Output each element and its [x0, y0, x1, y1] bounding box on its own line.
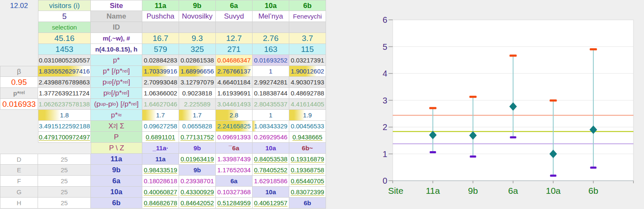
- row-label-pstar-rel-value[interactable]: 0.016933: [0, 99, 38, 110]
- table-cell[interactable]: 25: [38, 187, 91, 198]
- table-cell[interactable]: 0.9023818: [179, 88, 216, 99]
- table-cell[interactable]: 1: [253, 110, 289, 121]
- table-cell[interactable]: 163: [253, 44, 289, 55]
- row-header-pstar[interactable]: p*: [91, 55, 142, 66]
- table-cell[interactable]: 0.51284959: [216, 198, 253, 209]
- site-name-pushcha[interactable]: Pushcha: [142, 11, 179, 22]
- table-cell[interactable]: 2.24165825: [216, 121, 253, 132]
- row-label-confidence[interactable]: 0.95: [0, 77, 38, 88]
- table-cell[interactable]: 0.84053538: [253, 154, 289, 165]
- row-header-n[interactable]: n(4.10-8.15), h: [91, 44, 142, 55]
- table-cell[interactable]: 0.23938701: [179, 176, 216, 187]
- table-cell[interactable]: 3.7: [289, 33, 326, 44]
- table-cell[interactable]: 0.03217391: [289, 55, 326, 66]
- table-cell[interactable]: 0.9438665: [289, 132, 326, 143]
- table-cell[interactable]: 25: [38, 176, 91, 187]
- site-header[interactable]: Site: [91, 0, 142, 11]
- row-header-pstar-rel[interactable]: p* [/p*rel]: [91, 66, 142, 77]
- row-header-P[interactable]: P: [91, 132, 142, 143]
- row-header-p-z[interactable]: P \ Z: [91, 143, 142, 154]
- table-cell[interactable]: 1.7: [179, 110, 216, 121]
- table-cell[interactable]: 0.18838744: [253, 88, 289, 99]
- table-cell[interactable]: 0.00456533: [289, 121, 326, 132]
- col-header-10a[interactable]: 10a: [253, 0, 289, 11]
- matrix-row-header-9b[interactable]: 9b: [91, 165, 142, 176]
- site-name-fenevychi[interactable]: Fenevychi: [289, 11, 326, 22]
- table-cell[interactable]: 0.09691393: [216, 132, 253, 143]
- table-cell[interactable]: 1.0626237578138: [38, 99, 91, 110]
- table-cell[interactable]: 0.65440705: [289, 176, 326, 187]
- row-label-D[interactable]: D: [0, 154, 38, 165]
- table-cell[interactable]: 1: [253, 66, 289, 77]
- selection-m-value[interactable]: 45.16: [38, 33, 91, 44]
- table-cell[interactable]: 12.7: [216, 33, 253, 44]
- table-cell[interactable]: 1.68996656: [179, 66, 216, 77]
- id-row-header[interactable]: ID: [91, 22, 142, 33]
- table-cell[interactable]: 0.01963419: [179, 154, 216, 165]
- row-label-H[interactable]: H: [0, 198, 38, 209]
- table-cell[interactable]: 0.09627258: [142, 121, 179, 132]
- col-header-11a[interactable]: 11a: [142, 0, 179, 11]
- table-cell[interactable]: 3.12797079: [179, 77, 216, 88]
- table-cell[interactable]: 0.83072399: [289, 187, 326, 198]
- table-cell[interactable]: 1.8: [38, 110, 91, 121]
- row-label-F[interactable]: F: [0, 176, 38, 187]
- col-header-6a[interactable]: 6a: [216, 0, 253, 11]
- table-cell[interactable]: 1.90012602: [289, 66, 326, 77]
- table-cell[interactable]: 2.225589: [179, 99, 216, 110]
- matrix-diag-6a[interactable]: 6a: [216, 176, 253, 187]
- matrix-diag-6b[interactable]: 6b: [289, 198, 326, 209]
- col-header-6b[interactable]: 6b: [289, 0, 326, 11]
- col-header-9b[interactable]: 9b: [179, 0, 216, 11]
- table-cell[interactable]: 0.18028618: [142, 176, 179, 187]
- corner-value[interactable]: 12.02: [0, 0, 38, 11]
- visitors-header[interactable]: visitors (i): [38, 0, 91, 11]
- table-cell[interactable]: 2.8: [216, 110, 253, 121]
- table-cell[interactable]: 25: [38, 165, 91, 176]
- table-cell[interactable]: 271: [216, 44, 253, 55]
- table-cell[interactable]: 115: [289, 44, 326, 55]
- table-cell[interactable]: 0.04686347: [216, 55, 253, 66]
- name-row-header[interactable]: Name: [91, 11, 142, 22]
- table-cell[interactable]: 3.04461493: [216, 99, 253, 110]
- table-cell[interactable]: 0.77131752: [179, 132, 216, 143]
- table-cell[interactable]: 0.84642052: [179, 198, 216, 209]
- table-cell[interactable]: 1.70339916: [142, 66, 179, 77]
- z-marker-9b[interactable]: 9b: [179, 143, 216, 154]
- table-cell[interactable]: 0.19316879: [289, 154, 326, 165]
- table-cell[interactable]: 2.70993048: [142, 77, 179, 88]
- table-cell[interactable]: 9.3: [179, 33, 216, 44]
- table-cell[interactable]: 0.43300929: [179, 187, 216, 198]
- table-cell[interactable]: 1.06366002: [142, 88, 179, 99]
- table-cell[interactable]: 2.4398876789863: [38, 77, 91, 88]
- table-cell[interactable]: 0.78405252: [253, 165, 289, 176]
- site-name-novosilky[interactable]: Novosilky: [179, 11, 216, 22]
- table-cell[interactable]: 16.7: [142, 33, 179, 44]
- table-cell[interactable]: 3.4915122592188: [38, 121, 91, 132]
- table-cell[interactable]: 1.7: [142, 110, 179, 121]
- row-header-chi2[interactable]: X2 | Σ: [91, 121, 142, 132]
- row-header-p-range[interactable]: (pup-plo) [/p*rel]: [91, 99, 142, 110]
- matrix-diag-10a[interactable]: 10a: [253, 187, 289, 198]
- table-cell[interactable]: 2.76766137: [216, 66, 253, 77]
- z-marker-10a[interactable]: 10a: [253, 143, 289, 154]
- table-cell[interactable]: 0.48692788: [289, 88, 326, 99]
- selection-label[interactable]: selection: [38, 22, 91, 33]
- table-cell[interactable]: 0.02884283: [142, 55, 179, 66]
- row-label-beta[interactable]: β: [0, 66, 38, 77]
- table-cell[interactable]: 25: [38, 198, 91, 209]
- table-cell[interactable]: 2.76: [253, 33, 289, 44]
- row-header-p-up[interactable]: pup [/p*rel]: [91, 77, 142, 88]
- z-marker-6b[interactable]: 6b~: [289, 143, 326, 154]
- table-cell[interactable]: 0.4791700972497: [38, 132, 91, 143]
- table-cell[interactable]: 0.6891101: [142, 132, 179, 143]
- z-marker-6a[interactable]: ¯6a: [216, 143, 253, 154]
- selection-n-value[interactable]: 1453: [38, 44, 91, 55]
- matrix-diag-9b[interactable]: 9b: [179, 165, 216, 176]
- matrix-diag-11a[interactable]: 11a: [142, 154, 179, 165]
- site-name-suvyd[interactable]: Suvyd: [216, 11, 253, 22]
- table-cell[interactable]: 0.0310805230557: [38, 55, 91, 66]
- table-cell[interactable]: 1.8355526297416: [38, 66, 91, 77]
- row-header-m[interactable]: m(.~w), #: [91, 33, 142, 44]
- table-cell[interactable]: 0.40612957: [253, 198, 289, 209]
